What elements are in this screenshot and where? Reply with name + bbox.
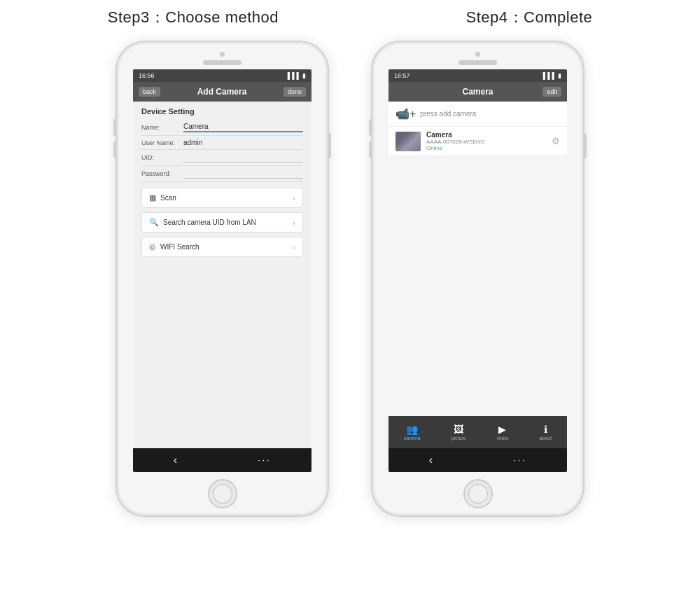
vol-up-btn-2[interactable] — [369, 119, 372, 136]
front-camera-dot — [220, 52, 225, 57]
scan-button[interactable]: ▦ Scan › — [141, 188, 303, 208]
add-camera-row[interactable]: 📹+ press add camera — [388, 102, 567, 127]
camera-thumbnail — [396, 132, 421, 151]
camera-list-item[interactable]: Camera AAAA-007028-WSDXG Online ⚙ — [388, 127, 567, 156]
nav-bar-2: Camera edit — [388, 82, 567, 102]
status-time-2: 16:57 — [394, 72, 410, 79]
wifi-search-chevron: › — [293, 243, 295, 251]
page-titles: Step3：Choose method Step4：Complete — [14, 7, 686, 28]
power-btn-2[interactable] — [583, 133, 587, 158]
uid-field-row: UID: — [141, 150, 303, 166]
password-label: Password: — [141, 170, 183, 177]
vol-down-btn[interactable] — [113, 141, 117, 158]
status-icons-1: ▌▌▌ ▮ — [288, 72, 306, 79]
wifi-search-label: WIFI Search — [160, 243, 200, 251]
wifi-search-icon: ◎ — [149, 242, 156, 251]
name-label: Name: — [141, 124, 183, 131]
phone1-screen: 16:56 ▌▌▌ ▮ back Add Camera done Device … — [133, 69, 312, 472]
bottom-tab-bar: 👥 camera 🖼 picture ▶ video ℹ about — [388, 416, 567, 448]
picture-tab-icon: 🖼 — [454, 424, 463, 435]
video-tab-icon: ▶ — [498, 424, 506, 435]
username-value[interactable]: admin — [183, 139, 303, 146]
camera-tab-icon: 👥 — [406, 424, 418, 435]
home-button-1[interactable] — [208, 479, 237, 508]
scan-label: Scan — [160, 194, 176, 202]
camera-status: Online — [426, 145, 546, 151]
phones-container: 16:56 ▌▌▌ ▮ back Add Camera done Device … — [115, 41, 584, 517]
screen-content-1: Device Setting Name: Camera User Name: a… — [133, 102, 312, 448]
status-icons-2: ▌▌▌ ▮ — [543, 72, 561, 79]
password-field-row: Password: — [141, 166, 303, 182]
bottom-nav-2: ‹ ··· — [388, 448, 567, 472]
screen-content-2: 📹+ press add camera Camera AAAA-007028-W… — [388, 102, 567, 416]
tab-video[interactable]: ▶ video — [497, 424, 509, 441]
signal-icon-2: ▌▌▌ — [543, 72, 556, 79]
camera-uid: AAAA-007028-WSDXG — [426, 139, 546, 145]
battery-icon: ▮ — [302, 72, 306, 79]
password-value[interactable] — [183, 169, 303, 179]
phone2: 16:57 ▌▌▌ ▮ Camera edit 📹+ press add cam… — [371, 41, 584, 517]
device-setting-section: Device Setting Name: Camera User Name: a… — [133, 102, 312, 182]
nav-bar-1: back Add Camera done — [133, 82, 312, 102]
back-arrow-1[interactable]: ‹ — [174, 454, 177, 466]
edit-button[interactable]: edit — [542, 87, 561, 97]
camera-name: Camera — [426, 131, 546, 139]
search-lan-button[interactable]: 🔍 Search camera UID from LAN › — [141, 212, 303, 233]
nav-dots-2[interactable]: ··· — [513, 455, 526, 465]
device-setting-title: Device Setting — [141, 107, 303, 116]
video-tab-label: video — [497, 436, 509, 441]
add-camera-icon: 📹+ — [396, 107, 416, 120]
wifi-search-button[interactable]: ◎ WIFI Search › — [141, 237, 303, 257]
tab-camera[interactable]: 👥 camera — [404, 424, 420, 441]
speaker — [203, 60, 241, 65]
status-bar-1: 16:56 ▌▌▌ ▮ — [133, 69, 312, 82]
home-button-2[interactable] — [463, 479, 493, 508]
name-value[interactable]: Camera — [183, 123, 303, 132]
step4-title: Step4：Complete — [466, 7, 593, 28]
action-buttons: ▦ Scan › 🔍 Search camera UID from LAN › — [133, 182, 312, 263]
front-camera-dot-2 — [475, 52, 480, 57]
phone1: 16:56 ▌▌▌ ▮ back Add Camera done Device … — [115, 41, 329, 517]
camera-thumb-img — [396, 132, 421, 151]
vol-up-btn[interactable] — [113, 119, 117, 136]
nav-title-2: Camera — [462, 87, 493, 97]
phone2-top — [372, 42, 583, 65]
phone2-screen: 16:57 ▌▌▌ ▮ Camera edit 📹+ press add cam… — [388, 69, 567, 472]
back-arrow-2[interactable]: ‹ — [429, 454, 433, 466]
bottom-nav-1: ‹ ··· — [133, 448, 312, 472]
speaker-2 — [458, 60, 497, 65]
status-bar-2: 16:57 ▌▌▌ ▮ — [388, 69, 567, 82]
username-label: User Name: — [141, 139, 183, 146]
nav-title-1: Add Camera — [197, 87, 247, 97]
battery-icon-2: ▮ — [558, 72, 561, 79]
phone1-top — [117, 42, 328, 65]
scan-chevron: › — [293, 194, 295, 202]
power-btn[interactable] — [328, 133, 331, 158]
back-button[interactable]: back — [139, 87, 160, 97]
uid-value[interactable] — [183, 153, 303, 162]
search-lan-label: Search camera UID from LAN — [163, 219, 256, 226]
signal-icon: ▌▌▌ — [288, 72, 301, 79]
vol-down-btn-2[interactable] — [369, 141, 372, 158]
nav-dots-1[interactable]: ··· — [258, 455, 271, 465]
about-tab-label: about — [539, 436, 552, 441]
uid-label: UID: — [141, 154, 183, 161]
done-button[interactable]: done — [284, 87, 306, 97]
camera-info: Camera AAAA-007028-WSDXG Online — [426, 131, 546, 151]
gear-icon[interactable]: ⚙ — [552, 136, 560, 146]
name-field-row: Name: Camera — [141, 120, 303, 136]
home-button-inner-1 — [213, 484, 232, 504]
about-tab-icon: ℹ — [544, 424, 547, 435]
scan-icon: ▦ — [149, 193, 156, 202]
tab-picture[interactable]: 🖼 picture — [451, 424, 465, 441]
home-button-inner-2 — [468, 484, 488, 504]
search-lan-chevron: › — [293, 219, 295, 227]
tab-about[interactable]: ℹ about — [539, 424, 552, 441]
step3-title: Step3：Choose method — [108, 7, 279, 28]
username-field-row: User Name: admin — [141, 136, 303, 150]
add-camera-text: press add camera — [420, 110, 476, 118]
picture-tab-label: picture — [451, 436, 465, 441]
status-time-1: 16:56 — [139, 72, 155, 79]
search-lan-icon: 🔍 — [149, 218, 159, 227]
camera-tab-label: camera — [404, 436, 420, 441]
